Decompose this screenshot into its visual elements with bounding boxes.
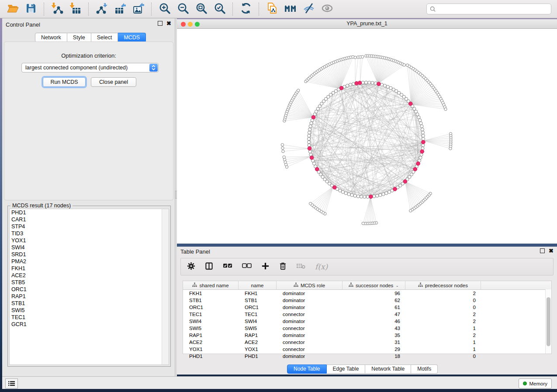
column-header-predecessor-nodes[interactable]: predecessor nodes: [405, 281, 481, 289]
select-all-button[interactable]: [223, 262, 232, 271]
cell[interactable]: dominator: [277, 354, 343, 359]
table-scrollbar[interactable]: [545, 289, 551, 354]
result-node-item[interactable]: PHD1: [10, 209, 169, 216]
delete-row-button[interactable]: [279, 262, 287, 272]
tab-mcds[interactable]: MCDS: [118, 33, 146, 42]
mcds-result-list[interactable]: PHD1CAR1STP4TID3YOX1SWI4SRD1PMA2FKH1ACE2…: [9, 209, 169, 365]
close-table-panel-icon[interactable]: ✖: [549, 249, 554, 253]
cell[interactable]: YOX1: [183, 347, 239, 352]
result-node-item[interactable]: CAR1: [10, 216, 169, 223]
tab-style[interactable]: Style: [67, 33, 91, 42]
window-zoom-button[interactable]: [195, 22, 200, 27]
tab-network[interactable]: Network: [35, 33, 67, 42]
result-node-item[interactable]: ORC1: [10, 286, 169, 293]
hide-selected-button[interactable]: [302, 3, 315, 16]
tab-edge-table[interactable]: Edge Table: [327, 364, 366, 374]
result-node-item[interactable]: YOX1: [10, 237, 169, 244]
cell[interactable]: PHD1: [239, 354, 277, 359]
cell[interactable]: 35: [343, 333, 405, 338]
cell[interactable]: 96: [343, 291, 405, 296]
tab-node-table[interactable]: Node Table: [287, 364, 327, 374]
network-canvas[interactable]: [177, 29, 557, 244]
table-row-STB1[interactable]: STB1STB1dominator620: [183, 297, 551, 304]
float-table-panel-icon[interactable]: [540, 248, 545, 253]
cell[interactable]: STB1: [183, 298, 239, 303]
cell[interactable]: FKH1: [183, 291, 239, 296]
first-neighbors-button[interactable]: [284, 3, 297, 16]
result-node-item[interactable]: RAP1: [10, 293, 169, 300]
network-from-file-button[interactable]: [266, 3, 279, 16]
import-table-button[interactable]: [69, 3, 82, 16]
cell[interactable]: connector: [277, 326, 343, 331]
deselect-all-button[interactable]: [242, 262, 252, 271]
export-table-button[interactable]: [114, 3, 127, 16]
cell[interactable]: dominator: [277, 305, 343, 310]
cell[interactable]: ACE2: [239, 340, 277, 345]
cell[interactable]: SWI5: [239, 326, 277, 331]
result-node-item[interactable]: TEC1: [10, 314, 169, 321]
result-node-item[interactable]: ACE2: [10, 272, 169, 279]
cell[interactable]: SWI4: [239, 319, 277, 324]
cell[interactable]: dominator: [277, 333, 343, 338]
column-header-shared-name[interactable]: shared name: [183, 281, 239, 289]
cell[interactable]: 47: [343, 312, 405, 317]
cell[interactable]: 2: [405, 319, 481, 324]
window-minimize-button[interactable]: [188, 22, 193, 27]
cell[interactable]: dominator: [277, 319, 343, 324]
column-header-name[interactable]: name: [239, 281, 277, 289]
table-row-ACE2[interactable]: ACE2ACE2connector311: [183, 339, 551, 346]
table-row-ORC1[interactable]: ORC1ORC1dominator610: [183, 304, 551, 311]
table-row-SWI5[interactable]: SWI5SWI5connector431: [183, 325, 551, 332]
tab-network-table[interactable]: Network Table: [365, 364, 411, 374]
cell[interactable]: SWI5: [183, 326, 239, 331]
table-row-TEC1[interactable]: TEC1TEC1connector472: [183, 311, 551, 318]
float-panel-icon[interactable]: [158, 21, 163, 26]
run-mcds-button[interactable]: Run MCDS: [43, 77, 86, 87]
cell[interactable]: YOX1: [239, 347, 277, 352]
cell[interactable]: dominator: [277, 291, 343, 296]
cell[interactable]: TEC1: [183, 312, 239, 317]
result-node-item[interactable]: TID3: [10, 230, 169, 237]
task-history-button[interactable]: [5, 378, 18, 389]
zoom-out-button[interactable]: [176, 3, 190, 16]
export-network-button[interactable]: [95, 3, 108, 16]
table-row-YOX1[interactable]: YOX1YOX1connector291: [183, 346, 551, 353]
close-panel-icon[interactable]: ✖: [166, 21, 171, 25]
table-row-FKH1[interactable]: FKH1FKH1dominator962: [183, 290, 551, 297]
export-image-button[interactable]: [132, 3, 145, 16]
add-row-button[interactable]: [261, 262, 270, 272]
cell[interactable]: 46: [343, 319, 405, 324]
criterion-dropdown[interactable]: largest connected component (undirected): [21, 63, 159, 72]
tab-select[interactable]: Select: [91, 33, 118, 42]
zoom-in-button[interactable]: [158, 3, 171, 16]
search-input[interactable]: [438, 6, 551, 13]
close-panel-button[interactable]: Close panel: [91, 77, 136, 87]
cell[interactable]: 18: [343, 354, 405, 359]
result-node-item[interactable]: GCR1: [10, 321, 169, 328]
result-node-item[interactable]: STB5: [10, 279, 169, 286]
cell[interactable]: TEC1: [239, 312, 277, 317]
cell[interactable]: connector: [277, 340, 343, 345]
cell[interactable]: dominator: [277, 298, 343, 303]
cell[interactable]: 31: [343, 340, 405, 345]
result-node-item[interactable]: SWI4: [10, 244, 169, 251]
cell[interactable]: 1: [405, 347, 481, 352]
cell[interactable]: FKH1: [239, 291, 277, 296]
cell[interactable]: connector: [277, 347, 343, 352]
result-node-item[interactable]: SRD1: [10, 251, 169, 258]
search-field[interactable]: [426, 3, 551, 14]
cell[interactable]: 1: [405, 340, 481, 345]
table-row-PHD1[interactable]: PHD1PHD1dominator180: [183, 353, 551, 360]
result-node-item[interactable]: SWI5: [10, 307, 169, 314]
memory-button[interactable]: Memory: [519, 378, 552, 389]
cell[interactable]: ORC1: [239, 305, 277, 310]
result-node-item[interactable]: PMA2: [10, 258, 169, 265]
table-scrollbar-thumb[interactable]: [547, 297, 550, 346]
import-network-button[interactable]: [51, 3, 64, 16]
gear-button[interactable]: [187, 262, 195, 272]
cell[interactable]: STB1: [239, 298, 277, 303]
cell[interactable]: RAP1: [183, 333, 239, 338]
cell[interactable]: RAP1: [239, 333, 277, 338]
cell[interactable]: 2: [405, 333, 481, 338]
cell[interactable]: 61: [343, 305, 405, 310]
